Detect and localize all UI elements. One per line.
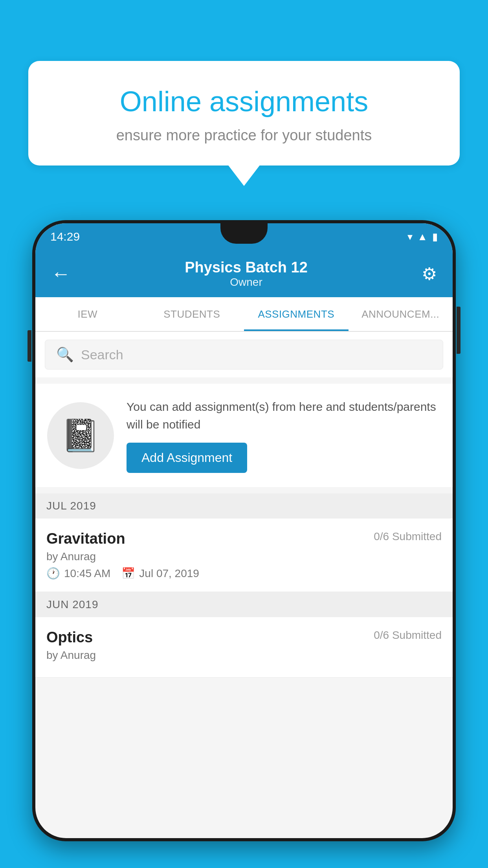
notch: [220, 223, 268, 244]
speech-bubble-container: Online assignments ensure more practice …: [28, 61, 460, 166]
phone-frame: 14:29 ▾ ▲ ▮ ← Physics Batch 12 Owner ⚙ I…: [32, 220, 456, 841]
assignment-by-optics: by Anurag: [46, 649, 442, 662]
wifi-icon: ▾: [407, 231, 413, 243]
speech-bubble: Online assignments ensure more practice …: [28, 61, 460, 166]
app-bar: ← Physics Batch 12 Owner ⚙: [35, 250, 453, 297]
search-input-placeholder[interactable]: Search: [81, 347, 123, 362]
calendar-icon: 📅: [121, 567, 135, 580]
assignment-by: by Anurag: [46, 550, 442, 563]
tab-iew[interactable]: IEW: [35, 297, 140, 331]
assignment-time-value: 10:45 AM: [64, 567, 110, 580]
power-button: [457, 307, 460, 354]
assignment-info: You can add assignment(s) from here and …: [127, 398, 441, 473]
tab-announcements[interactable]: ANNOUNCEM...: [349, 297, 453, 331]
status-icons: ▾ ▲ ▮: [407, 231, 438, 243]
assignment-name-optics: Optics: [46, 629, 93, 646]
status-time: 14:29: [50, 230, 80, 243]
assignment-date: 📅 Jul 07, 2019: [121, 567, 199, 580]
assignment-icon-circle: 📓: [47, 402, 114, 469]
phone-screen: 14:29 ▾ ▲ ▮ ← Physics Batch 12 Owner ⚙ I…: [35, 223, 453, 838]
battery-icon: ▮: [432, 231, 438, 243]
search-icon: 🔍: [56, 346, 74, 363]
assignment-date-value: Jul 07, 2019: [139, 567, 199, 580]
back-button[interactable]: ←: [51, 262, 71, 285]
tab-assignments[interactable]: ASSIGNMENTS: [244, 297, 349, 331]
assignment-submitted: 0/6 Submitted: [374, 530, 442, 543]
app-bar-title-container: Physics Batch 12 Owner: [185, 259, 308, 289]
tabs-container: IEW STUDENTS ASSIGNMENTS ANNOUNCEM...: [35, 297, 453, 332]
search-container: 🔍 Search: [35, 332, 453, 377]
assignment-time: 🕐 10:45 AM: [46, 567, 110, 580]
clock-icon: 🕐: [46, 567, 60, 580]
settings-icon[interactable]: ⚙: [422, 264, 437, 284]
assignment-info-text: You can add assignment(s) from here and …: [127, 398, 441, 433]
assignment-item-gravitation[interactable]: Gravitation 0/6 Submitted by Anurag 🕐 10…: [35, 519, 453, 592]
signal-icon: ▲: [417, 231, 427, 243]
assignment-header-optics: Optics 0/6 Submitted: [46, 629, 442, 646]
assignment-notebook-icon: 📓: [61, 417, 100, 454]
status-bar: 14:29 ▾ ▲ ▮: [35, 223, 453, 250]
assignment-meta: 🕐 10:45 AM 📅 Jul 07, 2019: [46, 567, 442, 580]
assignment-item-optics[interactable]: Optics 0/6 Submitted by Anurag: [35, 617, 453, 678]
assignment-submitted-optics: 0/6 Submitted: [374, 629, 442, 642]
month-header-jul: JUL 2019: [35, 493, 453, 519]
assignment-name: Gravitation: [46, 530, 125, 547]
add-assignment-banner: 📓 You can add assignment(s) from here an…: [35, 384, 453, 487]
tab-students[interactable]: STUDENTS: [140, 297, 244, 331]
volume-button: [28, 330, 31, 362]
month-header-jun: JUN 2019: [35, 592, 453, 617]
app-bar-title: Physics Batch 12: [185, 259, 308, 276]
speech-bubble-subtitle: ensure more practice for your students: [56, 127, 432, 144]
app-bar-subtitle: Owner: [185, 276, 308, 289]
speech-bubble-title: Online assignments: [56, 85, 432, 118]
search-bar[interactable]: 🔍 Search: [45, 340, 443, 370]
add-assignment-button[interactable]: Add Assignment: [127, 443, 247, 473]
assignment-header: Gravitation 0/6 Submitted: [46, 530, 442, 547]
